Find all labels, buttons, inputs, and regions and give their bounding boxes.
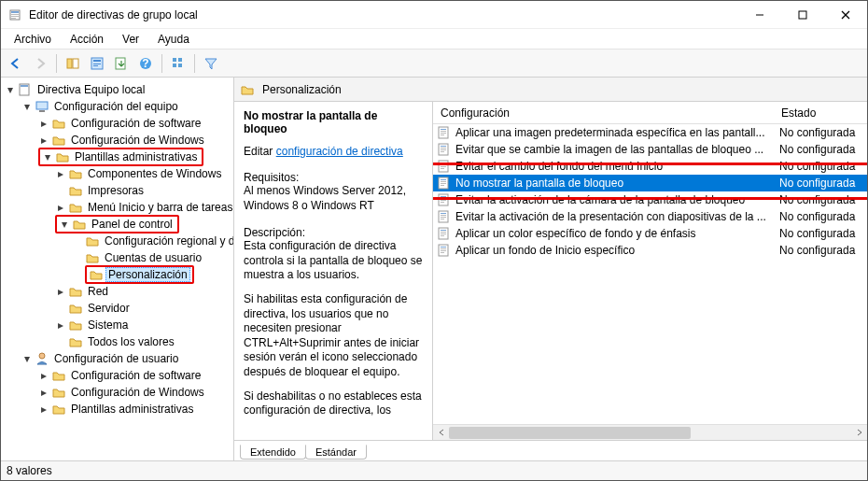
settings-row[interactable]: No mostrar la pantalla de bloqueoNo conf… — [433, 175, 867, 191]
chevron-down-icon[interactable]: ▾ — [21, 101, 33, 112]
chevron-right-icon[interactable]: ▸ — [55, 202, 66, 213]
policy-setting-icon — [437, 192, 452, 207]
close-button[interactable] — [824, 1, 867, 28]
tree-item-control-panel[interactable]: Panel de control — [89, 218, 175, 231]
tree-item-network[interactable]: Red — [85, 285, 111, 298]
settings-row[interactable]: Aplicar un color específico de fondo y d… — [433, 225, 867, 242]
tree-item-system[interactable]: Sistema — [85, 318, 131, 332]
icons-view-button[interactable] — [167, 52, 189, 75]
settings-row[interactable]: Evitar la activación de la presentación … — [433, 208, 867, 225]
tree-item-printers[interactable]: Impresoras — [85, 184, 147, 197]
tree-item-all-values[interactable]: Todos los valores — [85, 335, 177, 348]
export-list-button[interactable] — [110, 52, 133, 75]
scrollbar-track[interactable] — [449, 425, 851, 440]
tree-system[interactable]: ▸ Sistema — [55, 317, 233, 333]
tree-user-admin-templates[interactable]: ▸ Plantillas administrativas — [38, 401, 233, 417]
chevron-right-icon[interactable]: ▸ — [55, 319, 66, 331]
tree-item-user-admin-templates[interactable]: Plantillas administrativas — [68, 403, 196, 416]
maximize-button[interactable] — [781, 1, 824, 28]
tree-server[interactable]: ▸ Servidor — [55, 300, 233, 317]
edit-prefix: Editar — [244, 145, 273, 158]
tree-item-windows-components[interactable]: Componentes de Windows — [85, 167, 224, 180]
tree-all-values[interactable]: ▸ Todos los valores — [55, 333, 233, 350]
show-hide-tree-button[interactable] — [62, 52, 84, 75]
tree-item-user-accounts[interactable]: Cuentas de usuario — [102, 251, 204, 264]
scrollbar-thumb[interactable] — [449, 427, 691, 439]
settings-row[interactable]: Evitar la activación de la cámara de la … — [433, 191, 867, 208]
horizontal-scrollbar[interactable] — [433, 424, 867, 440]
settings-list[interactable]: Aplicar una imagen predeterminada especí… — [433, 124, 867, 424]
tree-computer-config[interactable]: ▾ Configuración del equipo — [21, 98, 233, 115]
settings-row[interactable]: Evitar el cambio del fondo del menú Inic… — [433, 158, 867, 175]
content-body: No mostrar la pantalla de bloqueo Editar… — [234, 102, 867, 440]
properties-button[interactable] — [86, 52, 108, 75]
chevron-right-icon[interactable]: ▸ — [55, 286, 66, 297]
tree-item-computer-config[interactable]: Configuración del equipo — [51, 100, 181, 113]
chevron-down-icon[interactable]: ▾ — [42, 151, 53, 163]
tree-windows-config[interactable]: ▸ Configuración de Windows — [38, 132, 233, 149]
tree-item-root[interactable]: Directiva Equipo local — [35, 83, 147, 96]
tree-regional[interactable]: ▸ Configuración regional y de — [72, 233, 233, 249]
scroll-right-button[interactable] — [851, 425, 867, 441]
chevron-down-icon[interactable]: ▾ — [59, 219, 70, 230]
tree-item-user-software[interactable]: Configuración de software — [68, 369, 203, 382]
tree-software-config[interactable]: ▸ Configuración de software — [38, 115, 233, 132]
tree-item-personalization[interactable]: Personalización — [105, 267, 190, 282]
help-button[interactable]: ? — [134, 52, 157, 75]
tree-printers[interactable]: ▸ Impresoras — [55, 182, 233, 199]
folder-icon — [51, 133, 66, 148]
tree-view[interactable]: ▾ Directiva Equipo local ▾ — [1, 81, 233, 457]
toolbar-separator — [161, 54, 162, 73]
tree-item-windows-config[interactable]: Configuración de Windows — [68, 134, 207, 147]
settings-row[interactable]: Aplicar una imagen predeterminada especí… — [433, 124, 867, 141]
chevron-down-icon[interactable]: ▾ — [21, 353, 33, 364]
tree-admin-templates[interactable]: ▾ Plantillas administrativas — [38, 149, 233, 165]
filter-button[interactable] — [200, 52, 222, 75]
menu-file[interactable]: Archivo — [7, 31, 59, 48]
tree-control-panel[interactable]: ▾ Panel de control — [55, 216, 233, 233]
menu-help[interactable]: Ayuda — [150, 31, 197, 48]
tree-item-user-windows[interactable]: Configuración de Windows — [68, 386, 207, 399]
edit-policy-link[interactable]: configuración de directiva — [276, 145, 403, 158]
tree-user-software-config[interactable]: ▸ Configuración de software — [38, 367, 233, 384]
tree-item-start-menu[interactable]: Menú Inicio y barra de tareas — [85, 201, 233, 214]
scroll-left-button[interactable] — [433, 425, 449, 441]
tree-user-accounts[interactable]: ▸ Cuentas de usuario — [72, 249, 233, 266]
window-controls — [738, 1, 867, 28]
chevron-right-icon[interactable]: ▸ — [38, 387, 49, 398]
column-header-config[interactable]: Configuración — [433, 103, 774, 123]
tree-item-regional[interactable]: Configuración regional y de — [102, 234, 233, 248]
tree-item-software-config[interactable]: Configuración de software — [68, 117, 203, 130]
settings-row[interactable]: Aplicar un fondo de Inicio específicoNo … — [433, 242, 867, 259]
tab-standard[interactable]: Estándar — [305, 445, 367, 460]
chevron-right-icon[interactable]: ▸ — [38, 370, 49, 381]
chevron-right-icon[interactable]: ▸ — [38, 134, 49, 146]
menu-action[interactable]: Acción — [63, 31, 111, 48]
tree-windows-components[interactable]: ▸ Componentes de Windows — [55, 165, 233, 182]
minimize-button[interactable] — [738, 1, 781, 28]
tree-user-windows-config[interactable]: ▸ Configuración de Windows — [38, 384, 233, 401]
chevron-right-icon[interactable]: ▸ — [38, 403, 49, 415]
svg-rect-44 — [441, 181, 446, 182]
tree-network[interactable]: ▸ Red — [55, 283, 233, 300]
chevron-right-icon[interactable]: ▸ — [38, 118, 49, 129]
menu-view[interactable]: Ver — [115, 31, 147, 48]
svg-rect-43 — [441, 179, 446, 180]
folder-icon — [68, 284, 83, 299]
tree-user-config[interactable]: ▾ Configuración de usuario — [21, 350, 233, 367]
back-button[interactable] — [5, 52, 27, 75]
tab-extended[interactable]: Extendido — [240, 445, 306, 460]
tree-root[interactable]: ▾ Directiva Equipo local — [5, 81, 233, 98]
chevron-down-icon[interactable]: ▾ — [5, 84, 16, 95]
column-header-state[interactable]: Estado — [774, 103, 867, 123]
chevron-right-icon[interactable]: ▸ — [55, 168, 66, 179]
tree-item-user-config[interactable]: Configuración de usuario — [51, 352, 181, 365]
forward-button[interactable] — [29, 52, 51, 75]
tree-start-menu[interactable]: ▸ Menú Inicio y barra de tareas — [55, 199, 233, 216]
policy-setting-icon — [437, 176, 452, 191]
settings-row[interactable]: Evitar que se cambie la imagen de las pa… — [433, 141, 867, 158]
tree-item-server[interactable]: Servidor — [85, 302, 133, 315]
tree-personalization[interactable]: ▸ Personalización — [72, 266, 233, 283]
tree-item-admin-templates[interactable]: Plantillas administrativas — [72, 150, 200, 163]
svg-rect-10 — [73, 59, 78, 68]
